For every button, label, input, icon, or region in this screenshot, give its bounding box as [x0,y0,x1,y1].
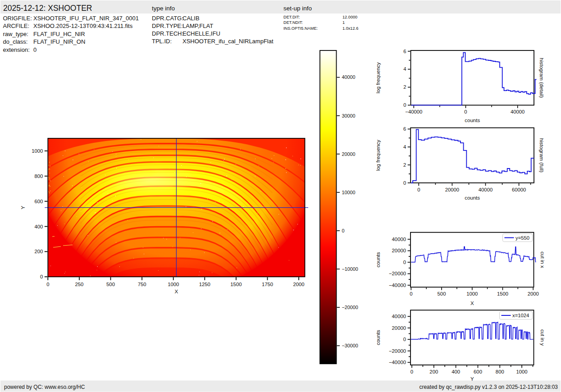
svg-text:40000: 40000 [479,187,493,192]
svg-text:20000: 20000 [342,151,356,157]
svg-text:12.0000: 12.0000 [342,15,357,19]
svg-text:created by qc_rawdisp.py v1.2.: created by qc_rawdisp.py v1.2.3 on 2025-… [419,384,558,390]
svg-text:20000: 20000 [392,325,406,331]
svg-text:0: 0 [410,291,412,296]
svg-text:600: 600 [34,199,43,204]
svg-text:counts: counts [375,252,381,267]
svg-text:20000: 20000 [445,187,459,192]
svg-text:500: 500 [438,291,446,296]
svg-text:Y: Y [470,376,474,382]
svg-text:1000: 1000 [466,291,478,296]
svg-text:log frequency: log frequency [375,140,381,171]
svg-text:histogram (full): histogram (full) [539,138,544,173]
svg-text:counts: counts [375,330,381,345]
svg-text:200: 200 [429,369,438,374]
svg-text:0: 0 [403,180,406,186]
svg-text:CALIB: CALIB [182,15,200,22]
svg-text:1: 1 [342,20,345,25]
svg-text:40000: 40000 [511,109,525,114]
svg-text:0: 0 [403,102,406,108]
svg-text:200: 200 [34,249,43,254]
svg-text:60000: 60000 [512,187,526,192]
svg-text:0: 0 [403,337,406,342]
svg-text:do_class:: do_class: [3,38,28,45]
svg-text:20000: 20000 [392,248,406,253]
svg-text:400: 400 [34,224,43,229]
svg-text:x=1024: x=1024 [512,313,529,318]
svg-text:−40000: −40000 [389,360,406,365]
svg-text:4: 4 [403,144,406,150]
svg-text:400: 400 [452,369,460,374]
svg-text:histogram (detail): histogram (detail) [539,58,544,98]
svg-text:6: 6 [403,49,406,54]
svg-text:1000: 1000 [32,148,43,154]
svg-text:log frequency: log frequency [375,62,381,93]
svg-text:−40000: −40000 [405,109,422,114]
svg-text:−40000: −40000 [389,283,406,288]
svg-text:0: 0 [417,187,420,192]
svg-text:1500: 1500 [230,282,242,287]
svg-text:TPL.ID:: TPL.ID: [152,38,172,45]
svg-text:0: 0 [410,369,413,374]
svg-text:−30000: −30000 [342,343,358,348]
svg-text:250: 250 [75,282,83,287]
svg-text:raw_type:: raw_type: [3,31,28,37]
svg-text:2: 2 [403,84,406,90]
svg-text:1500: 1500 [497,291,508,296]
svg-text:2000: 2000 [293,282,305,287]
svg-text:ARCFILE:: ARCFILE: [3,23,30,29]
svg-text:DPR.TYPE:: DPR.TYPE: [152,23,183,29]
svg-text:cut in y: cut in y [540,329,545,346]
svg-text:40000: 40000 [392,237,406,242]
svg-text:800: 800 [496,369,504,374]
svg-text:LAMP,FLAT: LAMP,FLAT [182,23,213,29]
svg-text:DET.NDIT:: DET.NDIT: [283,20,303,25]
svg-text:500: 500 [106,282,115,287]
svg-text:cut in x: cut in x [540,251,545,268]
svg-text:y=550: y=550 [515,235,529,241]
svg-text:X: X [470,301,474,306]
svg-text:extension:: extension: [3,46,30,53]
svg-text:2025-12-12: XSHOOTER: 2025-12-12: XSHOOTER [3,4,92,13]
svg-text:40000: 40000 [342,74,356,80]
svg-text:ECHELLE,IFU: ECHELLE,IFU [182,30,220,37]
svg-text:−10000: −10000 [342,266,358,272]
svg-text:0: 0 [342,228,345,233]
svg-text:−20000: −20000 [389,271,406,276]
svg-text:DPR.CATG:: DPR.CATG: [152,15,183,22]
svg-text:powered by QC: www.eso.org/HC: powered by QC: www.eso.org/HC [4,384,85,390]
svg-text:counts: counts [465,118,480,123]
svg-text:ORIGFILE:: ORIGFILE: [3,15,32,22]
svg-text:1750: 1750 [262,282,273,287]
svg-text:XSHOOTER_IFU_FLAT_NIR_347_0001: XSHOOTER_IFU_FLAT_NIR_347_0001 [33,15,139,22]
svg-text:750: 750 [138,282,146,287]
svg-text:DPR.TECH:: DPR.TECH: [152,30,183,37]
svg-text:0: 0 [46,282,49,287]
svg-text:DET.DIT:: DET.DIT: [283,15,300,19]
svg-text:0: 0 [33,46,36,53]
svg-text:XSHOOTER_ifu_cal_NIRLampFlat: XSHOOTER_ifu_cal_NIRLampFlat [182,38,274,45]
svg-text:1000: 1000 [516,369,528,374]
svg-text:1000: 1000 [168,282,179,287]
svg-text:INS.OPTI5.NAME:: INS.OPTI5.NAME: [283,26,318,31]
svg-text:2000: 2000 [528,291,539,296]
svg-text:counts: counts [465,195,480,201]
svg-text:1250: 1250 [199,282,210,287]
svg-text:30000: 30000 [342,113,356,119]
svg-text:XSHOO.2025-12-13T09:43:41.211.: XSHOO.2025-12-13T09:43:41.211.fits [33,23,133,29]
svg-text:6: 6 [403,126,406,132]
svg-text:1.0x12.6: 1.0x12.6 [342,26,358,31]
svg-text:−20000: −20000 [342,305,358,310]
svg-text:−20000: −20000 [389,348,406,354]
svg-text:0: 0 [464,109,467,114]
svg-text:X: X [175,289,178,294]
svg-text:600: 600 [474,369,482,374]
svg-text:type info: type info [152,5,175,12]
svg-text:FLAT_IFU_HC_NIR: FLAT_IFU_HC_NIR [33,31,85,37]
svg-text:40000: 40000 [392,314,406,319]
svg-text:Y: Y [20,205,26,209]
svg-text:0: 0 [403,260,406,265]
svg-text:0: 0 [40,274,43,279]
svg-text:4: 4 [403,66,406,72]
svg-text:10000: 10000 [342,190,356,195]
